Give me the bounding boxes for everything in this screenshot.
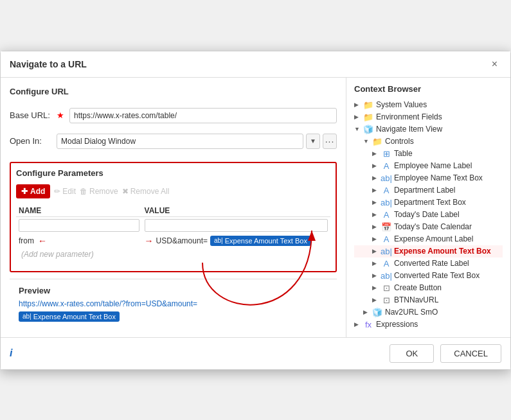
tree-arrow-employee-name-label: ▶ (372, 162, 379, 169)
configure-url-title: Configure URL (10, 87, 337, 96)
tree-icon-controls: 📁 (372, 137, 382, 146)
tree-item-table[interactable]: ▶⊞Table (354, 148, 503, 160)
arrow-right-icon: → (145, 236, 154, 246)
cancel-button[interactable]: CANCEL (440, 344, 501, 363)
tree-arrow-system-values: ▶ (354, 101, 361, 108)
tree-label-todays-date-calendar: Today's Date Calendar (394, 222, 472, 231)
remove-all-label: Remove All (130, 187, 170, 196)
tree-item-employee-name-textbox[interactable]: ▶ab|Employee Name Text Box (354, 172, 503, 184)
remove-all-param-button[interactable]: ✖ Remove All (122, 187, 170, 196)
tree-icon-expense-amount-label: A (381, 234, 391, 244)
ok-button[interactable]: OK (390, 344, 434, 363)
expense-amount-chip[interactable]: ab| Expense Amount Text Box (210, 236, 311, 246)
plus-icon: ✚ (21, 187, 28, 196)
open-in-select-wrapper: Modal Dialog Window ▼ ··· (57, 134, 337, 149)
context-tree: ▶📁System Values▶📁Environment Fields▼🧊Nav… (354, 99, 503, 331)
open-in-row: Open In: Modal Dialog Window ▼ ··· (10, 134, 337, 149)
empty-value-input[interactable] (145, 219, 328, 232)
add-label: Add (30, 187, 45, 196)
add-new-text: (Add new parameter) (19, 247, 96, 261)
right-panel: Context Browser ▶📁System Values▶📁Environ… (346, 78, 510, 337)
tree-icon-employee-name-label: A (381, 161, 391, 171)
from-value-cell: → USD&amount= ab| Expense Amount Text Bo… (142, 234, 330, 248)
remove-param-button[interactable]: 🗑 Remove (80, 187, 118, 196)
tree-icon-department-textbox: ab| (381, 198, 391, 207)
params-container: NAME VALUE (16, 205, 330, 261)
edit-label: Edit (62, 187, 76, 196)
tree-item-controls[interactable]: ▼📁Controls (354, 136, 503, 148)
params-toolbar: ✚ Add ✏ Edit 🗑 Remove ✖ Remove All (16, 184, 330, 198)
tree-item-employee-name-label[interactable]: ▶AEmployee Name Label (354, 160, 503, 172)
chip-label: Expense Amount Text Box (225, 237, 307, 245)
preview-chip-label: Expense Amount Text Box (33, 313, 116, 320)
tree-arrow-converted-rate-textbox: ▶ (372, 272, 379, 279)
tree-item-expressions[interactable]: ▶fxExpressions (354, 319, 503, 331)
tree-item-navigate-item-view[interactable]: ▼🧊Navigate Item View (354, 123, 503, 136)
tree-item-converted-rate-label[interactable]: ▶AConverted Rate Label (354, 258, 503, 270)
tree-label-system-values: System Values (376, 100, 427, 109)
tree-label-converted-rate-label: Converted Rate Label (394, 259, 469, 268)
edit-param-button[interactable]: ✏ Edit (54, 187, 76, 196)
preview-url[interactable]: https://www.x-rates.com/table/?from=USD&… (19, 299, 328, 308)
tree-icon-create-button: ⊡ (381, 283, 391, 293)
tree-arrow-department-textbox: ▶ (372, 199, 379, 206)
tree-label-converted-rate-textbox: Converted Rate Text Box (394, 271, 480, 280)
context-browser-title: Context Browser (354, 84, 503, 94)
tree-icon-converted-rate-label: A (381, 259, 391, 268)
empty-name-input[interactable] (19, 219, 139, 232)
trash-icon: 🗑 (80, 187, 87, 196)
tree-item-expense-amount-textbox[interactable]: ▶ab|Expense Amount Text Box (354, 245, 503, 258)
base-url-input[interactable] (69, 108, 337, 123)
tree-item-expense-amount-label[interactable]: ▶AExpense Amount Label (354, 233, 503, 245)
tree-arrow-controls: ▼ (363, 138, 370, 144)
select-arrow-btn[interactable]: ▼ (306, 134, 320, 149)
tree-label-todays-date-label: Today's Date Label (394, 210, 460, 219)
tree-arrow-expense-amount-textbox: ▶ (372, 248, 379, 254)
close-button[interactable]: × (488, 58, 501, 71)
from-name-text: from (19, 236, 34, 245)
left-panel: Configure URL Base URL: ★ Open In: Modal… (1, 78, 346, 337)
tree-icon-employee-name-textbox: ab| (381, 173, 391, 183)
arrow-left-icon: ← (38, 236, 47, 246)
tree-label-environment-fields: Environment Fields (376, 112, 442, 121)
edit-icon: ✏ (54, 187, 60, 196)
dialog-header: Navigate to a URL × (1, 51, 510, 78)
tree-icon-expense-amount-textbox: ab| (381, 247, 391, 256)
tree-arrow-btnnav-url: ▶ (372, 297, 379, 303)
tree-arrow-converted-rate-label: ▶ (372, 260, 379, 267)
tree-item-create-button[interactable]: ▶⊡Create Button (354, 282, 503, 294)
tree-label-expense-amount-label: Expense Amount Label (394, 234, 473, 243)
tree-item-department-textbox[interactable]: ▶ab|Department Text Box (354, 197, 503, 209)
from-value-area: → USD&amount= ab| Expense Amount Text Bo… (145, 236, 328, 246)
tree-icon-todays-date-label: A (381, 210, 391, 220)
tree-arrow-expense-amount-label: ▶ (372, 236, 379, 242)
tree-label-employee-name-label: Employee Name Label (394, 161, 472, 170)
open-in-select[interactable]: Modal Dialog Window (57, 134, 303, 149)
tree-label-controls: Controls (385, 137, 414, 146)
add-param-button[interactable]: ✚ Add (16, 184, 50, 198)
select-more-btn[interactable]: ··· (323, 134, 337, 149)
tree-item-todays-date-label[interactable]: ▶AToday's Date Label (354, 209, 503, 221)
tree-icon-converted-rate-textbox: ab| (381, 271, 391, 281)
tree-label-employee-name-textbox: Employee Name Text Box (394, 173, 483, 182)
tree-label-expressions: Expressions (376, 320, 418, 329)
tree-item-department-label[interactable]: ▶ADepartment Label (354, 184, 503, 197)
from-param-row: from ← → USD&amount= ab| (16, 234, 330, 248)
tree-item-system-values[interactable]: ▶📁System Values (354, 99, 503, 111)
preview-chip[interactable]: ab| Expense Amount Text Box (19, 311, 120, 322)
tree-item-todays-date-calendar[interactable]: ▶📅Today's Date Calendar (354, 221, 503, 233)
required-star: ★ (57, 110, 64, 120)
tree-label-nav2url-smo: Nav2URL SmO (385, 308, 438, 317)
tree-item-btnnav-url[interactable]: ▶⊡BTNNavURL (354, 294, 503, 306)
info-icon: i (10, 347, 12, 359)
tree-arrow-expressions: ▶ (354, 321, 361, 328)
tree-item-converted-rate-textbox[interactable]: ▶ab|Converted Rate Text Box (354, 270, 503, 282)
add-new-row: (Add new parameter) (16, 248, 330, 261)
dialog-title: Navigate to a URL (10, 59, 87, 69)
tree-label-expense-amount-textbox: Expense Amount Text Box (394, 247, 491, 256)
tree-item-nav2url-smo[interactable]: ▶🧊Nav2URL SmO (354, 306, 503, 319)
tree-icon-todays-date-calendar: 📅 (381, 222, 391, 232)
tree-label-navigate-item-view: Navigate Item View (376, 125, 442, 134)
remove-label: Remove (89, 187, 118, 196)
tree-item-environment-fields[interactable]: ▶📁Environment Fields (354, 111, 503, 123)
